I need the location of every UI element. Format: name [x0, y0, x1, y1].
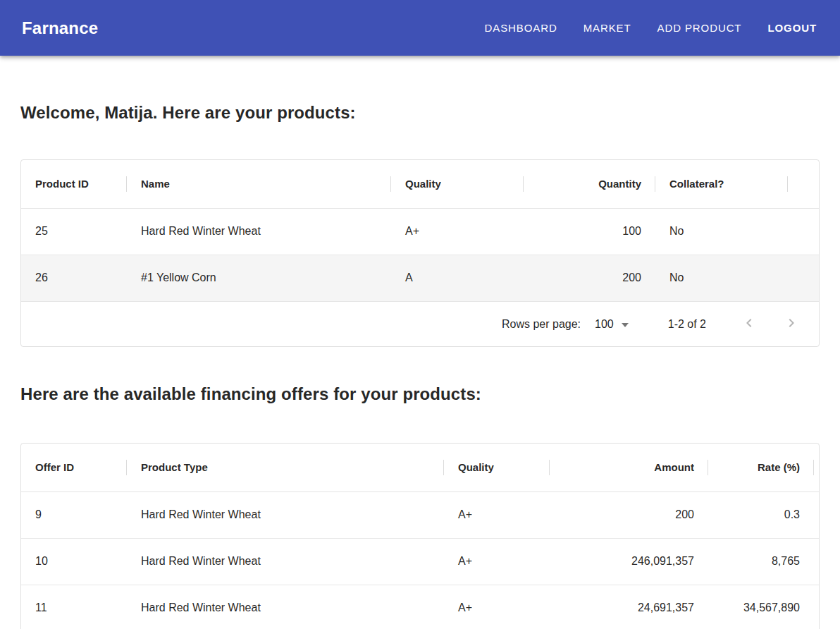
cell-quality: A+	[444, 491, 550, 538]
offer-row-9: 9 Hard Red Winter Wheat A+ 200 0.3	[21, 491, 819, 538]
products-table-card: Product ID Name Quality Quantity Collate…	[20, 159, 820, 347]
rows-per-page-label: Rows per page:	[502, 318, 581, 331]
products-table: Product ID Name Quality Quantity Collate…	[21, 160, 819, 301]
cell-rate: 34,567,890	[708, 585, 814, 629]
cell-offer-id: 10	[21, 538, 127, 585]
main-nav: DASHBOARD MARKET ADD PRODUCT LOGOUT	[483, 18, 819, 38]
cell-product-id: 25	[21, 208, 127, 255]
cell-name: Hard Red Winter Wheat	[127, 208, 391, 255]
column-header-offer-id: Offer ID	[21, 444, 127, 491]
column-header-amount: Amount	[550, 444, 708, 491]
column-header-collateral: Collateral?	[655, 160, 788, 208]
column-header-product-id: Product ID	[21, 160, 127, 208]
column-header-quality: Quality	[391, 160, 524, 208]
cell-offer-id: 9	[21, 491, 127, 538]
app-bar: Farnance DASHBOARD MARKET ADD PRODUCT LO…	[0, 0, 840, 56]
cell-rate: 8,765	[708, 538, 814, 585]
cell-quality: A+	[444, 585, 550, 629]
offers-table-header-row: Offer ID Product Type Quality Amount Rat…	[21, 444, 819, 491]
cell-quality: A+	[444, 538, 550, 585]
main-content: Welcome, Matija. Here are your products:…	[0, 103, 840, 629]
product-row-25: 25 Hard Red Winter Wheat A+ 100 No	[21, 208, 819, 255]
cell-product-type: Hard Red Winter Wheat	[127, 491, 444, 538]
rows-per-page-select[interactable]: 100	[595, 318, 629, 331]
column-header-filler	[814, 444, 819, 491]
rows-per-page-value: 100	[595, 318, 614, 331]
product-row-26: 26 #1 Yellow Corn A 200 No	[21, 255, 819, 301]
products-table-header-row: Product ID Name Quality Quantity Collate…	[21, 160, 819, 208]
cell-amount: 200	[550, 491, 708, 538]
column-header-filler	[788, 160, 819, 208]
cell-quantity: 200	[524, 255, 655, 301]
column-header-product-type: Product Type	[127, 444, 444, 491]
offers-heading: Here are the available financing offers …	[20, 384, 820, 404]
previous-page-button[interactable]	[741, 316, 758, 333]
cell-offer-id: 11	[21, 585, 127, 629]
pagination-range-label: 1-2 of 2	[668, 318, 706, 331]
chevron-left-icon	[741, 314, 758, 334]
offers-table-card: Offer ID Product Type Quality Amount Rat…	[20, 443, 820, 629]
cell-product-type: Hard Red Winter Wheat	[127, 585, 444, 629]
nav-add-product-button[interactable]: ADD PRODUCT	[656, 18, 743, 38]
cell-collateral: No	[655, 208, 788, 255]
column-header-rate: Rate (%)	[708, 444, 814, 491]
cell-quality: A	[391, 255, 524, 301]
cell-quality: A+	[391, 208, 524, 255]
column-header-quantity: Quantity	[524, 160, 655, 208]
app-title: Farnance	[22, 18, 98, 38]
offer-row-11: 11 Hard Red Winter Wheat A+ 24,691,357 3…	[21, 585, 819, 629]
offers-table: Offer ID Product Type Quality Amount Rat…	[21, 444, 819, 629]
products-heading: Welcome, Matija. Here are your products:	[20, 103, 820, 123]
cell-quantity: 100	[524, 208, 655, 255]
next-page-button[interactable]	[783, 316, 800, 333]
products-table-pagination: Rows per page: 100 1-2 of 2	[21, 301, 819, 346]
column-header-name: Name	[127, 160, 391, 208]
cell-product-type: Hard Red Winter Wheat	[127, 538, 444, 585]
column-header-quality: Quality	[444, 444, 550, 491]
cell-amount: 246,091,357	[550, 538, 708, 585]
nav-logout-button[interactable]: LOGOUT	[766, 18, 818, 38]
cell-collateral: No	[655, 255, 788, 301]
nav-dashboard-button[interactable]: DASHBOARD	[483, 18, 559, 38]
cell-rate: 0.3	[708, 491, 814, 538]
offer-row-10: 10 Hard Red Winter Wheat A+ 246,091,357 …	[21, 538, 819, 585]
chevron-right-icon	[783, 314, 800, 334]
nav-market-button[interactable]: MARKET	[582, 18, 633, 38]
cell-product-id: 26	[21, 255, 127, 301]
dropdown-arrow-icon	[622, 323, 629, 327]
cell-amount: 24,691,357	[550, 585, 708, 629]
cell-name: #1 Yellow Corn	[127, 255, 391, 301]
